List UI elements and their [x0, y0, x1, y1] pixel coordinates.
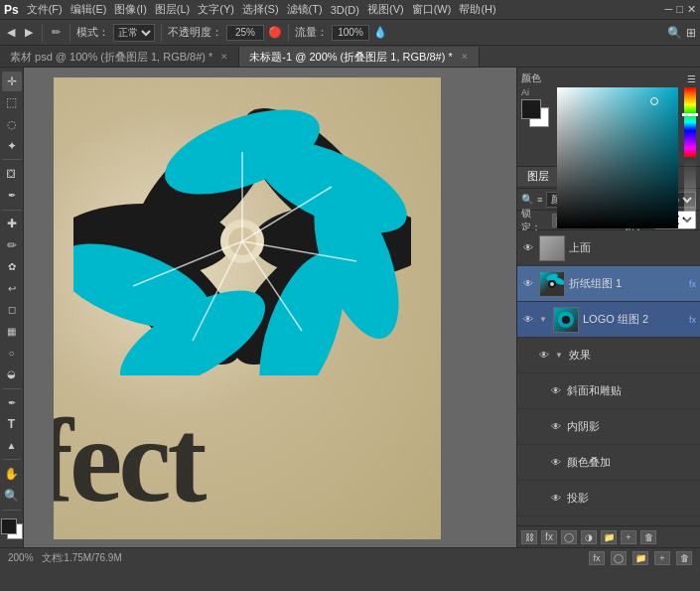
- alpha-bar[interactable]: [684, 159, 696, 228]
- layer-color-overlay[interactable]: 👁 颜色叠加: [517, 445, 700, 481]
- wand-tool[interactable]: ✦: [2, 136, 22, 156]
- spectrum-cursor: [650, 97, 658, 105]
- delete-layer-btn[interactable]: 🗑: [640, 530, 656, 544]
- menu-help[interactable]: 帮助(H): [459, 2, 495, 17]
- move-tool[interactable]: ✛: [2, 72, 22, 91]
- tab-2[interactable]: 未标题-1 @ 200% (折叠图层 1, RGB/8#) * ✕: [239, 47, 479, 67]
- menu-file[interactable]: 文件(F): [27, 2, 63, 17]
- color-spectrum[interactable]: [557, 87, 678, 228]
- shape-tool[interactable]: ▲: [2, 436, 22, 456]
- tool-sep-2: [3, 210, 21, 211]
- brush-tool[interactable]: ✏: [2, 235, 22, 255]
- dodge-tool[interactable]: ◒: [2, 365, 22, 384]
- brush-tool-item[interactable]: ✏: [49, 25, 64, 40]
- marquee-tool[interactable]: ⬚: [2, 93, 22, 113]
- gradient-tool[interactable]: ▦: [2, 322, 22, 342]
- layer-stroke-eye[interactable]: 👁: [549, 384, 563, 398]
- maximize-button[interactable]: □: [676, 3, 683, 16]
- menu-view[interactable]: 视图(V): [367, 2, 404, 17]
- pen-tool[interactable]: ✒: [2, 392, 22, 412]
- svg-point-26: [562, 316, 570, 324]
- tab-2-close[interactable]: ✕: [461, 52, 469, 62]
- layer-effects-eye[interactable]: 👁: [537, 349, 551, 363]
- canvas-area[interactable]: fect: [24, 68, 516, 547]
- panel-toggle-icon[interactable]: ⊞: [686, 26, 696, 40]
- back-icon: ◀: [7, 26, 15, 39]
- menu-select[interactable]: 选择(S): [242, 2, 279, 17]
- hand-tool[interactable]: ✋: [2, 464, 22, 484]
- menu-window[interactable]: 窗口(W): [412, 2, 452, 17]
- tab-1-close[interactable]: ✕: [220, 52, 228, 62]
- status-fx-btn[interactable]: fx: [589, 551, 605, 565]
- fg-color-swatch[interactable]: [1, 518, 17, 534]
- layers-panel[interactable]: 👁 上面 👁 折纸组图 1 fx: [517, 230, 700, 525]
- layer-zhezhi1-fx[interactable]: fx: [689, 279, 696, 289]
- layer-inner-shadow-name: 内阴影: [567, 419, 696, 434]
- add-mask-btn[interactable]: ◯: [561, 530, 577, 544]
- crop-tool[interactable]: ⛋: [2, 164, 22, 184]
- status-folder-btn[interactable]: 📁: [632, 551, 648, 565]
- tab-1[interactable]: 素材 psd @ 100% (折叠图层 1, RGB/8#) * ✕: [0, 47, 239, 67]
- add-group-btn[interactable]: 📁: [601, 530, 617, 544]
- layer-logo2-eye[interactable]: 👁: [521, 313, 535, 327]
- toolbar-back[interactable]: ◀: [4, 25, 18, 40]
- hand-icon: ✋: [4, 467, 19, 481]
- color-label-ai: Ai: [521, 87, 529, 97]
- heal-tool[interactable]: ✚: [2, 215, 22, 234]
- layer-color-overlay-eye[interactable]: 👁: [549, 456, 563, 470]
- clone-tool[interactable]: ✿: [2, 257, 22, 277]
- hue-bar[interactable]: [684, 87, 696, 157]
- status-delete-btn[interactable]: 🗑: [676, 551, 692, 565]
- add-adjustment-btn[interactable]: ◑: [581, 530, 597, 544]
- layer-shang-eye[interactable]: 👁: [521, 241, 535, 255]
- menu-edit[interactable]: 编辑(E): [70, 2, 107, 17]
- mode-select[interactable]: 正常: [113, 24, 155, 42]
- blur-tool[interactable]: ○: [2, 343, 22, 363]
- link-layers-btn[interactable]: ⛓: [521, 530, 537, 544]
- history-tool[interactable]: ↩: [2, 278, 22, 298]
- menu-3d[interactable]: 3D(D): [331, 4, 359, 16]
- eyedropper-tool[interactable]: ✒: [2, 186, 22, 206]
- layer-zhezhi1-name: 折纸组图 1: [569, 276, 685, 291]
- menu-image[interactable]: 图像(I): [114, 2, 146, 17]
- status-layer-btn[interactable]: +: [654, 551, 670, 565]
- add-style-btn[interactable]: fx: [541, 530, 557, 544]
- history-icon: ↩: [8, 283, 16, 294]
- fg-bg-colors[interactable]: [1, 518, 23, 540]
- layer-logo2[interactable]: 👁 ▼ LOGO 组图 2 fx: [517, 302, 700, 338]
- zoom-icon: 🔍: [4, 489, 19, 503]
- zoom-tool[interactable]: 🔍: [2, 486, 22, 506]
- search-icon[interactable]: 🔍: [667, 26, 682, 40]
- menu-filter[interactable]: 滤镜(T): [287, 2, 323, 17]
- layer-effects[interactable]: 👁 ▼ 效果: [517, 338, 700, 373]
- text-tool[interactable]: T: [2, 414, 22, 434]
- toolbar-forward[interactable]: ▶: [22, 25, 36, 40]
- layer-zhezhi1[interactable]: 👁 折纸组图 1 fx: [517, 266, 700, 302]
- layer-drop-shadow[interactable]: 👁 投影: [517, 481, 700, 517]
- minimize-button[interactable]: ─: [665, 3, 673, 16]
- panel-menu-icon[interactable]: ☰: [687, 74, 696, 84]
- opacity-input[interactable]: [226, 25, 264, 41]
- color-picker-section: 颜色 ☰ Ai: [517, 68, 700, 167]
- layer-shang[interactable]: 👁 上面: [517, 230, 700, 266]
- tab-layers[interactable]: 图层: [517, 167, 560, 188]
- eraser-tool[interactable]: ◻: [2, 300, 22, 320]
- layer-inner-shadow-eye[interactable]: 👁: [549, 420, 563, 434]
- layer-stroke[interactable]: 👁 斜面和雕贴: [517, 373, 700, 409]
- add-layer-btn[interactable]: +: [621, 530, 636, 544]
- search-layers-icon[interactable]: 🔍: [521, 194, 533, 205]
- layer-drop-shadow-eye[interactable]: 👁: [549, 492, 563, 506]
- layer-3d[interactable]: 👁 ▶ 3D: [517, 517, 700, 525]
- layer-effects-expand[interactable]: ▼: [555, 351, 565, 360]
- flow-input[interactable]: [332, 25, 369, 41]
- layer-logo2-fx[interactable]: fx: [689, 315, 696, 325]
- fg-color-box[interactable]: [521, 99, 541, 119]
- lasso-tool[interactable]: ◌: [2, 114, 22, 134]
- menu-layer[interactable]: 图层(L): [155, 2, 190, 17]
- layer-logo2-expand[interactable]: ▼: [539, 315, 549, 324]
- layer-inner-shadow[interactable]: 👁 内阴影: [517, 409, 700, 445]
- layer-zhezhi1-eye[interactable]: 👁: [521, 277, 535, 291]
- close-button[interactable]: ✕: [687, 3, 696, 16]
- menu-text[interactable]: 文字(Y): [198, 2, 234, 17]
- status-mask-btn[interactable]: ◯: [611, 551, 627, 565]
